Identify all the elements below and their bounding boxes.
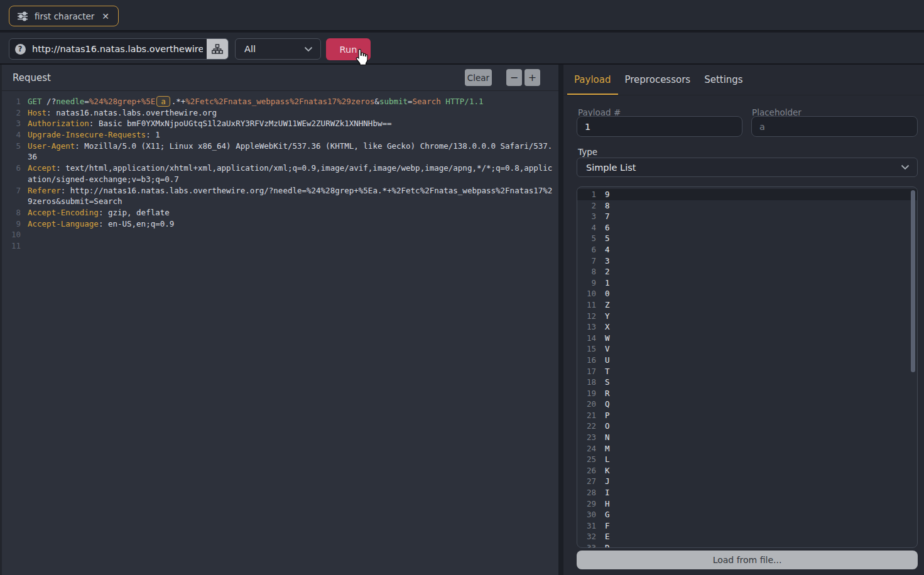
request-line: 10 [2,229,558,240]
request-line: 2Host: natas16.natas.labs.overthewire.or… [2,107,558,119]
payload-list-item[interactable]: 19R [577,388,917,399]
request-line: ation/signed-exchange;v=b3;q=0.7 [2,174,558,185]
payload-list-item[interactable]: 91 [577,277,917,289]
request-line: 7Referer: http://natas16.natas.labs.over… [2,185,558,196]
close-icon[interactable]: ✕ [101,11,111,21]
url-input[interactable] [31,39,207,59]
payload-list-item[interactable]: 28 [577,200,917,212]
request-line: 9zeros&submit=Search [2,196,558,207]
payload-list-item[interactable]: 18S [577,377,917,388]
scope-select-value: All [244,44,256,54]
payload-list-editor[interactable]: 19283746556473829110011Z12Y13X14W15V16U1… [577,186,918,548]
payload-list-item[interactable]: 15V [577,343,917,355]
increase-font-button[interactable]: + [525,69,540,86]
sitemap-button[interactable] [207,39,228,59]
placeholder-input[interactable] [751,116,918,137]
payload-list-item[interactable]: 26K [577,465,917,476]
payload-list-item[interactable]: 64 [577,244,917,255]
load-from-file-button[interactable]: Load from file... [577,551,918,569]
payload-list-item[interactable]: 32E [577,531,917,542]
payload-list-item[interactable]: 20Q [577,399,917,410]
type-select-value: Simple List [586,163,636,173]
help-button[interactable]: ? [9,39,31,59]
payload-list-item[interactable]: 82 [577,266,917,277]
request-line: 3Authorization: Basic bmF0YXMxNjpoUGtqS1… [2,118,558,129]
payload-panel: Payload Preprocessors Settings Payload #… [563,65,924,575]
payload-list-item[interactable]: 37 [577,211,917,222]
request-panel: Request Clear − + 1GET /?needle=%24%28gr… [0,65,558,575]
payload-list-item[interactable]: 16U [577,355,917,366]
scope-select[interactable]: All [235,38,321,60]
payload-list-item[interactable]: 31F [577,520,917,532]
payload-list-item[interactable]: 21P [577,410,917,421]
sliders-icon [17,11,28,21]
session-tab-label: first character [35,11,94,21]
payload-list-item[interactable]: 23N [577,432,917,443]
chevron-down-icon [901,164,910,170]
tab-settings[interactable]: Settings [697,65,750,94]
payload-list-item[interactable]: 33D [577,542,917,548]
payload-list-item[interactable]: 100 [577,288,917,299]
session-tab-first-character[interactable]: first character ✕ [9,6,119,26]
payload-list-item[interactable]: 73 [577,255,917,267]
tab-preprocessors[interactable]: Preprocessors [618,65,698,94]
payload-list-item[interactable]: 13X [577,321,917,333]
clear-button[interactable]: Clear [465,69,492,86]
request-line: 1GET /?needle=%24%28grep+%5Ea.*+%2Fetc%2… [2,96,558,107]
payload-list-item[interactable]: 25L [577,454,917,465]
payload-tabs: Payload Preprocessors Settings [563,65,924,95]
run-button[interactable]: Run [326,38,371,60]
request-panel-header: Request Clear − + [2,65,558,91]
type-label: Type [578,147,597,157]
payload-list-item[interactable]: 55 [577,233,917,244]
payload-list-item[interactable]: 46 [577,222,917,234]
request-line: 6Accept: text/html,application/xhtml+xml… [2,163,558,174]
payload-list-item[interactable]: 17T [577,366,917,377]
payload-list-item[interactable]: 30G [577,509,917,520]
url-group: ? [9,38,229,60]
request-line: 36 [2,151,558,163]
payload-list-item[interactable]: 11Z [577,299,917,311]
payload-list-item[interactable]: 27J [577,476,917,487]
request-line: 11 [2,240,558,252]
payload-list-item[interactable]: 22O [577,421,917,432]
payload-list-rows: 19283746556473829110011Z12Y13X14W15V16U1… [577,189,917,548]
payload-list-item[interactable]: 29H [577,498,917,510]
help-icon: ? [15,44,26,55]
toolbar: ? All [0,33,924,65]
payload-list-item[interactable]: 14W [577,333,917,344]
decrease-font-button[interactable]: − [506,69,522,86]
automate-app: first character ✕ ? [0,0,924,575]
chevron-down-icon [304,46,313,52]
payload-list-item[interactable]: 12Y [577,311,917,322]
payload-list-item[interactable]: 24M [577,443,917,454]
request-panel-title: Request [13,72,51,83]
session-tab-bar: first character ✕ [0,0,924,31]
tab-payload[interactable]: Payload [567,65,618,94]
request-editor[interactable]: 1GET /?needle=%24%28grep+%5Ea.*+%2Fetc%2… [2,92,558,575]
request-line: 5User-Agent: Mozilla/5.0 (X11; Linux x86… [2,141,558,152]
payload-marker: a [156,96,170,107]
sitemap-icon [212,44,223,54]
payload-list-item[interactable]: 19 [577,189,917,200]
payload-list-item[interactable]: 28I [577,487,917,498]
request-line: 4Upgrade-Insecure-Requests: 1 [2,129,558,141]
scrollbar-thumb[interactable] [911,190,915,372]
request-line: 8Accept-Encoding: gzip, deflate [2,207,558,218]
type-select[interactable]: Simple List [577,158,918,177]
request-line: 9Accept-Language: en-US,en;q=0.9 [2,218,558,230]
payload-number-input[interactable] [577,116,742,137]
